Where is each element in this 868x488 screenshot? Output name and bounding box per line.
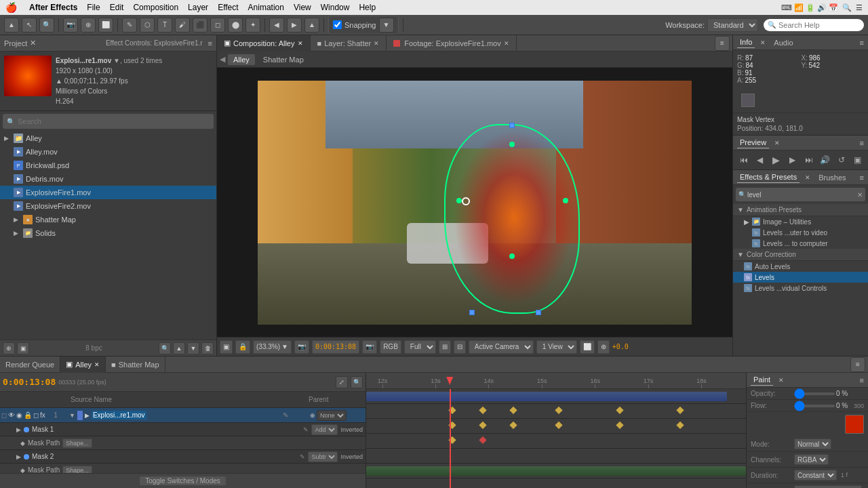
kf-mask1-path-4[interactable] <box>555 421 562 428</box>
channels-select[interactable]: RGBA <box>794 454 829 465</box>
layer-1-shy[interactable]: ◻ <box>1 411 7 419</box>
menu-window[interactable]: Window <box>321 3 350 12</box>
effects-item-image-utilities[interactable]: ▶ 📁 Image – Utilities <box>733 216 868 227</box>
safe-zones-btn[interactable]: ⊟ <box>454 340 466 354</box>
effects-search-input[interactable] <box>747 191 856 199</box>
menu-effect[interactable]: Effect <box>218 3 238 12</box>
list-item-alley-mov[interactable]: ▶ Alley.mov <box>0 145 216 159</box>
kf-mask2-2[interactable] <box>479 436 486 443</box>
effects-item-auto-levels[interactable]: fx Auto Levels <box>733 261 868 272</box>
audio-tab[interactable]: Audio <box>771 37 795 48</box>
play-btn[interactable]: ▶ <box>770 153 783 167</box>
mask-2-mode-select[interactable]: Subtr <box>308 451 338 462</box>
layer-1-vis[interactable]: 👁 <box>8 411 15 419</box>
viewer[interactable] <box>217 68 732 337</box>
layer-row-1[interactable]: ◻ 👁 ◉ 🔒 ◻ fx 1 ▼ ▶ Explosi...re1 <box>0 408 366 423</box>
effects-item-levels[interactable]: fx Levels <box>733 272 868 283</box>
prev-frame-btn[interactable]: ◀ <box>753 153 767 167</box>
effects-item-levels-vidual[interactable]: fx Levels ...vidual Controls <box>733 283 868 293</box>
comp-tab-footage[interactable]: Footage: ExplosiveFire1.mov ✕ <box>387 35 516 52</box>
menu-file[interactable]: File <box>87 3 100 12</box>
opacity-slider[interactable] <box>794 392 835 395</box>
loop-btn[interactable]: ↺ <box>835 153 848 167</box>
tool-pen[interactable]: ✎ <box>122 18 137 33</box>
tool-nav-right[interactable]: ▶ <box>287 18 302 33</box>
brushes-tab[interactable]: Brushes <box>816 172 848 183</box>
nav-left-icon[interactable]: ◀ <box>220 55 225 64</box>
search-help-input[interactable] <box>778 21 860 29</box>
layer-1-lock[interactable]: 🔒 <box>24 411 32 419</box>
menu-edit[interactable]: Edit <box>110 3 124 12</box>
first-frame-btn[interactable]: ⏮ <box>737 153 751 167</box>
timeline-tab-close-alley[interactable]: ✕ <box>94 361 100 368</box>
reset-exposure-btn[interactable]: ⊕ <box>597 340 610 354</box>
new-comp-btn[interactable]: ▣ <box>17 342 29 354</box>
menu-help[interactable]: Help <box>359 3 376 12</box>
search-project-input[interactable] <box>18 117 210 125</box>
mask-2-path-expand[interactable]: ◆ <box>20 467 25 474</box>
effects-item-levels-computer[interactable]: fx Levels ... to computer <box>733 238 868 249</box>
audio-btn[interactable]: 🔊 <box>818 153 832 167</box>
layer-1-render[interactable]: ◻ <box>33 411 39 419</box>
comp-sub-tab-shatter[interactable]: Shatter Map <box>258 54 309 65</box>
layer-1-effects[interactable]: fx <box>40 411 45 419</box>
menu-composition[interactable]: Composition <box>133 3 178 12</box>
render-queue-tab[interactable]: Render Queue <box>0 357 60 373</box>
layer-tab-close[interactable]: ✕ <box>374 40 379 47</box>
flow-slider[interactable] <box>794 405 835 407</box>
kf-mask1-3[interactable] <box>509 406 517 413</box>
menu-animation[interactable]: Animation <box>248 3 284 12</box>
always-preview-btn[interactable]: ▣ <box>220 340 233 354</box>
tool-roto[interactable]: ⬤ <box>228 18 243 33</box>
mask-1-expand[interactable]: ▶ <box>16 426 21 433</box>
tc-expand-btn[interactable]: ⤢ <box>336 376 348 388</box>
tool-camera[interactable]: 📷 <box>63 18 78 33</box>
apple-menu[interactable]: 🍎 <box>5 2 17 13</box>
kf-mask1-5[interactable] <box>616 406 623 413</box>
kf-mask1-path-5[interactable] <box>616 421 623 428</box>
show-channel-btn[interactable]: RGB <box>380 340 401 354</box>
tool-eraser[interactable]: ◻ <box>210 18 225 33</box>
tool-select[interactable]: ↖ <box>22 18 37 33</box>
animation-presets-header[interactable]: ▼ Animation Presets <box>733 204 868 216</box>
mask-1-mode-select[interactable]: Add <box>311 424 338 435</box>
comp-tab-alley[interactable]: ▣ Composition: Alley ✕ <box>217 35 311 52</box>
project-close-icon[interactable]: ✕ <box>30 39 36 47</box>
tool-mask[interactable]: ⬡ <box>140 18 155 33</box>
comp-sub-tab-alley[interactable]: Alley <box>228 54 255 65</box>
timecode-cam-btn[interactable]: 📷 <box>362 340 377 354</box>
tool-brush[interactable]: 🖌 <box>175 18 190 33</box>
panel-menu-icon[interactable]: ≡ <box>208 39 212 47</box>
list-item-brickwall[interactable]: P Brickwall.psd <box>0 159 216 172</box>
quality-select[interactable]: Full <box>404 340 436 354</box>
down-btn[interactable]: ▼ <box>187 342 199 354</box>
kf-mask1-1[interactable] <box>449 406 456 413</box>
up-btn[interactable]: ▲ <box>173 342 185 354</box>
comp-tab-layer[interactable]: ■ Layer: Shatter ✕ <box>311 35 387 52</box>
view-select[interactable]: 1 View <box>536 340 577 354</box>
camera-select[interactable]: Active Camera <box>469 340 534 354</box>
effects-close-icon[interactable]: ✕ <box>805 174 810 181</box>
kf-mask1-path-3[interactable] <box>509 421 517 428</box>
tool-puppet[interactable]: ✦ <box>245 18 260 33</box>
app-name-menu[interactable]: After Effects <box>29 3 77 12</box>
tool-orbit[interactable]: ⊕ <box>81 18 96 33</box>
zoom-btn[interactable]: (33.3%) ▼ <box>253 340 292 354</box>
snapshot-btn[interactable]: 📷 <box>294 340 309 354</box>
timecode-btn[interactable]: 0:00:13:08 <box>312 340 359 354</box>
grid-btn[interactable]: ⊞ <box>439 340 451 354</box>
find-btn[interactable]: 🔍 <box>159 342 171 354</box>
footage-tab-close[interactable]: ✕ <box>504 40 509 47</box>
list-item-explosive1[interactable]: ▶ ExplosiveFire1.mov <box>0 186 216 199</box>
effects-clear-btn[interactable]: ✕ <box>857 191 863 199</box>
timeline-tab-shatter[interactable]: ■ Shatter Map <box>106 357 165 373</box>
color-correction-header[interactable]: ▼ Color Correction <box>733 249 868 261</box>
tool-stamp[interactable]: ⬛ <box>193 18 208 33</box>
mask-2-shape-btn[interactable]: Shape... <box>62 466 92 474</box>
tool-3d[interactable]: ⬜ <box>98 18 113 33</box>
list-item-debris[interactable]: ▶ Debris.mov <box>0 172 216 186</box>
preview-panel-menu[interactable]: ≡ <box>860 139 864 147</box>
effect-controls-tab[interactable]: Effect Controls: ExplosiveFire1.r <box>106 39 203 47</box>
kf-mask1-2[interactable] <box>479 406 486 413</box>
kf-mask1-path-1[interactable] <box>449 421 456 428</box>
